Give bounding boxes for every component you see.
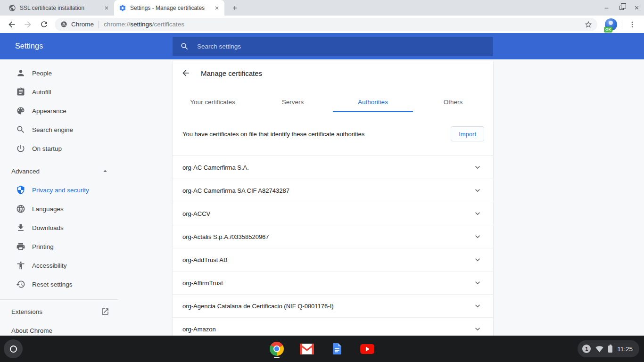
sidebar-item-accessibility[interactable]: Accessibility	[0, 256, 118, 275]
youtube-logo-icon	[360, 344, 374, 354]
sidebar-item-appearance[interactable]: Appearance	[0, 101, 118, 120]
power-icon	[16, 144, 25, 153]
launcher-button[interactable]	[4, 339, 23, 358]
sidebar-item-autofill[interactable]: Autofill	[0, 82, 118, 101]
docs-app-icon[interactable]	[330, 342, 344, 356]
certificate-row[interactable]: org-AddTrust AB	[173, 248, 493, 272]
bookmark-star-icon[interactable]	[582, 18, 594, 31]
window-restore-icon[interactable]	[614, 0, 629, 16]
shelf-apps	[270, 336, 374, 362]
sidebar-item-label: Appearance	[32, 107, 66, 115]
certificate-row[interactable]: org-ACCV	[173, 202, 493, 225]
youtube-app-icon[interactable]	[360, 342, 374, 356]
extensions-label: Extensions	[11, 308, 42, 315]
certificate-name: org-Amazon	[182, 326, 216, 333]
chrome-logo-icon	[270, 342, 284, 356]
chevron-down-icon[interactable]	[473, 278, 482, 288]
chevron-down-icon[interactable]	[473, 324, 482, 334]
sidebar-item-downloads[interactable]: Downloads	[0, 218, 118, 237]
card-header: Manage certificates	[173, 61, 493, 85]
sidebar-item-search-engine[interactable]: Search engine	[0, 120, 118, 139]
sidebar-item-label: Downloads	[32, 224, 64, 231]
download-icon	[16, 223, 25, 232]
back-arrow-icon[interactable]	[181, 68, 190, 78]
browser-tab-settings[interactable]: Settings - Manage certificates	[114, 0, 224, 16]
active-app-indicator	[274, 357, 280, 358]
chromeos-shelf: 1 11:25	[0, 336, 644, 362]
tab-your-certificates[interactable]: Your certificates	[173, 92, 253, 112]
settings-search-input[interactable]	[197, 43, 386, 50]
browser-menu-icon[interactable]	[624, 16, 640, 33]
advanced-label: Advanced	[11, 168, 40, 175]
chevron-down-icon[interactable]	[473, 301, 482, 311]
tab-close-icon[interactable]	[103, 4, 110, 12]
about-chrome-label: About Chrome	[11, 327, 52, 334]
certificate-name: org-AddTrust AB	[182, 256, 228, 263]
certificate-name: org-AffirmTrust	[182, 280, 223, 287]
gmail-app-icon[interactable]	[300, 342, 314, 356]
new-tab-button[interactable]	[228, 1, 241, 15]
sidebar-item-on-startup[interactable]: On startup	[0, 139, 118, 158]
toolbar-divider	[622, 20, 622, 29]
chevron-down-icon[interactable]	[473, 163, 482, 172]
certificate-row[interactable]: org-AC Camerfirma S.A.	[173, 156, 493, 179]
url-text: chrome://settings/certificates	[104, 21, 582, 28]
chevron-down-icon[interactable]	[473, 255, 482, 264]
sidebar-item-extensions[interactable]: Extensions	[0, 302, 118, 321]
window-close-icon[interactable]	[629, 0, 644, 16]
reload-icon[interactable]	[36, 16, 52, 33]
manage-certificates-card: Manage certificates Your certificates Se…	[173, 61, 493, 336]
sidebar-divider	[0, 299, 118, 300]
sidebar-item-printing[interactable]: Printing	[0, 237, 118, 256]
tab-servers[interactable]: Servers	[253, 92, 333, 112]
chevron-down-icon[interactable]	[473, 209, 482, 218]
sidebar-item-privacy-security[interactable]: Privacy and security	[0, 181, 118, 199]
sidebar-item-label: Privacy and security	[32, 187, 89, 194]
sidebar-item-reset-settings[interactable]: Reset settings	[0, 275, 118, 294]
settings-header: Settings	[0, 33, 644, 59]
window-minimize-icon[interactable]	[599, 0, 614, 16]
back-icon[interactable]	[4, 16, 20, 33]
sidebar-item-label: Search engine	[32, 126, 73, 133]
import-section: You have certificates on file that ident…	[173, 112, 493, 156]
browser-tab-ssl[interactable]: SSL certificate installation	[4, 0, 114, 16]
certificate-row[interactable]: org-Actalis S.p.A./03358520967	[173, 225, 493, 248]
certificate-row[interactable]: org-AffirmTrust	[173, 272, 493, 295]
sidebar-item-label: People	[32, 70, 52, 77]
globe-favicon-icon	[8, 4, 16, 12]
settings-sidebar: People Autofill Appearance Search engine…	[0, 64, 118, 336]
import-button[interactable]: Import	[451, 126, 484, 141]
open-in-new-icon	[101, 307, 109, 316]
clock: 11:25	[617, 346, 633, 353]
profile-avatar[interactable]: OK	[605, 18, 617, 31]
tab-authorities[interactable]: Authorities	[333, 92, 413, 112]
address-bar[interactable]: Chrome chrome://settings/certificates	[55, 18, 597, 31]
search-icon	[180, 42, 189, 51]
settings-gear-favicon-icon	[119, 4, 126, 12]
sidebar-item-languages[interactable]: Languages	[0, 199, 118, 218]
tab-close-icon[interactable]	[213, 4, 221, 12]
sidebar-item-people[interactable]: People	[0, 64, 118, 82]
person-icon	[16, 68, 25, 78]
authorities-description: You have certificates on file that ident…	[182, 131, 364, 138]
status-tray[interactable]: 1 11:25	[578, 340, 639, 357]
palette-icon	[16, 106, 25, 115]
tab-others[interactable]: Others	[413, 92, 493, 112]
url-host: settings	[130, 21, 152, 28]
sidebar-item-label: Reset settings	[32, 281, 73, 288]
certificate-row[interactable]: org-Agencia Catalana de Certificacio (NI…	[173, 295, 493, 318]
sidebar-advanced-toggle[interactable]: Advanced	[0, 162, 118, 181]
accessibility-icon	[16, 261, 25, 270]
chevron-down-icon[interactable]	[473, 232, 482, 241]
sidebar-item-about-chrome[interactable]: About Chrome	[0, 321, 118, 336]
chrome-app-icon[interactable]	[270, 342, 284, 356]
sidebar-item-label: Accessibility	[32, 262, 67, 269]
settings-search-box[interactable]	[173, 37, 493, 56]
chevron-down-icon[interactable]	[473, 186, 482, 195]
certificate-name: org-ACCV	[182, 210, 210, 217]
certificate-row[interactable]: org-AC Camerfirma SA CIF A82743287	[173, 179, 493, 202]
certificate-row[interactable]: org-Amazon	[173, 318, 493, 336]
forward-icon[interactable]	[20, 16, 36, 33]
certificate-name: org-Agencia Catalana de Certificacio (NI…	[182, 303, 334, 310]
battery-icon	[608, 346, 612, 353]
